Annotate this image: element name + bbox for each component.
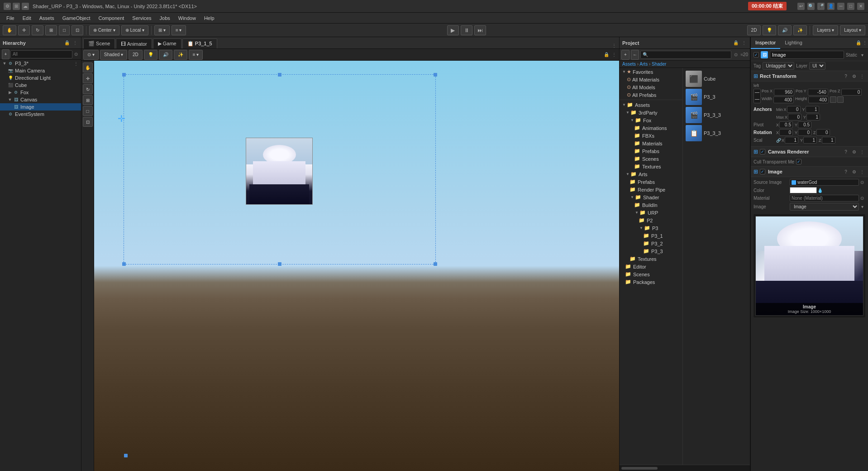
cloud-icon[interactable]: ☁ xyxy=(22,3,29,10)
menu-edit[interactable]: Edit xyxy=(19,14,35,22)
hand-tool[interactable]: ✋ xyxy=(3,25,16,35)
posz-input[interactable] xyxy=(841,89,862,96)
transform-tool[interactable]: ⊡ xyxy=(72,25,83,35)
project-filter[interactable]: ⊙ xyxy=(733,52,739,58)
image-type-select[interactable]: Image Simple Sliced Tiled Filled xyxy=(790,203,859,211)
account-icon[interactable]: 👤 xyxy=(827,3,835,10)
menu-component[interactable]: Component xyxy=(95,14,128,22)
folder-materials[interactable]: 📁 Materials xyxy=(620,139,682,147)
handle-bottom-left[interactable] xyxy=(124,454,128,457)
pause-button[interactable]: ⏸ xyxy=(461,25,472,35)
color-dropper[interactable]: 💧 xyxy=(817,187,823,193)
scene-gizmo[interactable]: ⊙ ▾ xyxy=(83,50,99,60)
folder-shader[interactable]: ▼ 📁 Shader xyxy=(620,193,682,201)
folder-p3[interactable]: ▼ 📁 P3 xyxy=(620,224,682,232)
source-image-field[interactable]: waterGod xyxy=(790,179,859,186)
menu-file[interactable]: File xyxy=(3,14,18,22)
folder-p3_3[interactable]: 📁 P3_3 xyxy=(620,247,682,255)
tool-transform[interactable]: ⊡ xyxy=(83,117,93,127)
scene-more[interactable]: ⋮ xyxy=(611,52,617,58)
hierarchy-menu[interactable]: ⋮ xyxy=(72,40,78,46)
handle-bc[interactable] xyxy=(278,262,281,266)
folder-p3_1[interactable]: 📁 P3_1 xyxy=(620,232,682,240)
scene-panel-menu[interactable]: ⋮ xyxy=(611,42,617,48)
menu-window[interactable]: Window xyxy=(175,14,200,22)
file-p3_3-scene[interactable]: 🎬 P3_3 xyxy=(685,88,748,106)
image-component-header[interactable]: ⊞ Image ? ⚙ ⋮ xyxy=(751,166,868,177)
height-input[interactable] xyxy=(808,96,829,103)
folder-urp[interactable]: ▼ 📁 URP xyxy=(620,209,682,216)
search-icon[interactable]: 🔍 xyxy=(807,3,815,10)
settings-icon[interactable]: ⚙ xyxy=(4,3,11,10)
pivot-y[interactable] xyxy=(798,121,811,128)
fx-toggle[interactable]: ✨ xyxy=(793,25,807,35)
inspector-lock[interactable]: 🔒 xyxy=(855,40,862,46)
project-add[interactable]: + xyxy=(621,50,630,60)
folder-packages[interactable]: 📁 Packages xyxy=(620,278,682,286)
folder-arts[interactable]: ▼ 📁 Arts xyxy=(620,170,682,178)
snap-settings[interactable]: ⊞ ▾ xyxy=(154,25,170,35)
file-p3_3_3b[interactable]: 📋 P3_3_3 xyxy=(685,124,748,142)
folder-fbxs[interactable]: 📁 FBXs xyxy=(620,132,682,139)
tree-item-p3_3[interactable]: ▼ ⚙ P3_3* ⋮ xyxy=(0,60,81,67)
scale-z[interactable] xyxy=(822,137,835,144)
tree-item-dirlight[interactable]: 💡 Directional Light xyxy=(0,74,81,82)
folder-all-prefabs[interactable]: ⊙ All Prefabs xyxy=(620,91,682,99)
rot-x[interactable] xyxy=(779,129,793,136)
source-image-pick[interactable]: ⊙ xyxy=(859,179,865,186)
image-more[interactable]: ⋮ xyxy=(859,168,865,175)
image-help[interactable]: ? xyxy=(843,168,849,175)
folder-all-models[interactable]: ⊙ All Models xyxy=(620,83,682,91)
rect-tool[interactable]: □ xyxy=(59,25,70,35)
project-search[interactable]: 🔍 xyxy=(640,51,731,59)
folder-all-materials[interactable]: ⊙ All Materials xyxy=(620,76,682,83)
hierarchy-add[interactable]: + xyxy=(2,49,10,59)
tool-hand[interactable]: ✋ xyxy=(83,62,93,72)
cull-checkbox[interactable] xyxy=(796,159,801,164)
folder-render-pipe[interactable]: 📁 Render Pipe xyxy=(620,186,682,193)
rect-settings[interactable]: ⚙ xyxy=(851,73,857,79)
anchor-max-y[interactable] xyxy=(806,114,820,120)
folder-arts-prefabs[interactable]: 📁 Prefabs xyxy=(620,178,682,186)
hierarchy-filter[interactable]: ⊙ xyxy=(73,51,79,58)
handle-tc[interactable] xyxy=(278,73,281,77)
canvas-renderer-header[interactable]: ⊞ Canvas Renderer ? ⚙ ⋮ xyxy=(751,146,868,157)
pivot-center[interactable]: ⊕ Center ▾ xyxy=(89,25,119,35)
project-lock[interactable]: 🔒 xyxy=(733,40,739,46)
posx-input[interactable] xyxy=(774,89,794,96)
scene-2d[interactable]: 2D xyxy=(129,50,143,60)
scene-fx[interactable]: ✨ xyxy=(174,50,187,60)
layer-select[interactable]: UI xyxy=(809,62,825,70)
menu-jobs[interactable]: Jobs xyxy=(156,14,174,22)
layout-dropdown[interactable]: Layout ▾ xyxy=(840,25,865,35)
anchor-widget-left[interactable] xyxy=(754,89,761,103)
folder-fox[interactable]: ▼ 📁 Fox xyxy=(620,116,682,124)
folder-arts-textures[interactable]: 📁 Textures xyxy=(620,255,682,263)
go-name-input[interactable] xyxy=(770,51,844,59)
tree-item-fox[interactable]: ▶ ⚙ Fox xyxy=(0,89,81,96)
folder-p2[interactable]: 📁 P2 xyxy=(620,216,682,224)
tab-animator[interactable]: 🎞 Animator xyxy=(116,38,152,48)
canvas-renderer-more[interactable]: ⋮ xyxy=(859,149,865,155)
color-swatch[interactable] xyxy=(790,187,817,193)
blueprint-btn[interactable] xyxy=(830,96,836,103)
tree-item-eventsystem[interactable]: ⚙ EventSystem xyxy=(0,111,81,118)
folder-p3_2[interactable]: 📁 P3_2 xyxy=(620,240,682,247)
scene-render[interactable]: Shaded ▾ xyxy=(100,50,127,60)
folder-buildin[interactable]: 📁 BuildIn xyxy=(620,201,682,209)
tree-item-image[interactable]: 🖼 Image xyxy=(0,103,81,111)
scene-lighting[interactable]: 💡 xyxy=(144,50,157,60)
tree-item-maincamera[interactable]: 📷 Main Camera xyxy=(0,67,81,74)
scene-overlay[interactable]: ≡ ▾ xyxy=(189,50,203,60)
folder-animations[interactable]: 📁 Animations xyxy=(620,124,682,132)
static-dropdown[interactable]: ▾ xyxy=(859,52,865,58)
image-settings[interactable]: ⚙ xyxy=(851,168,857,175)
layout-icon[interactable]: ⊞ xyxy=(13,3,20,10)
menu-assets[interactable]: Assets xyxy=(36,14,58,22)
rotate-tool[interactable]: ↻ xyxy=(32,25,43,35)
scene-image-object[interactable] xyxy=(246,138,313,205)
breadcrumb-shader[interactable]: Shader xyxy=(652,62,666,67)
anchor-max-x[interactable] xyxy=(788,114,801,120)
width-input[interactable] xyxy=(773,96,794,103)
project-scrollbar[interactable] xyxy=(620,465,750,471)
